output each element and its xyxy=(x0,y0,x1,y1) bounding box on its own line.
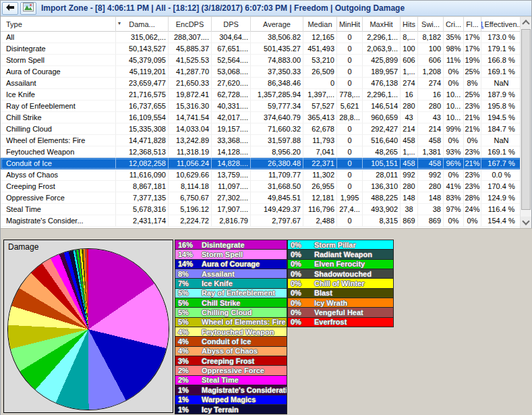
legend-item[interactable]: 2%Oppressive Force xyxy=(175,365,287,375)
cell-damage: 8,867,181 xyxy=(116,181,169,192)
legend-item[interactable]: 4%Feytouched Weapon xyxy=(175,327,287,337)
legend-item[interactable]: 4%Abyss of Chaos xyxy=(175,346,287,356)
cell-encdps: 11,056.24 xyxy=(169,158,212,169)
column-header-hits[interactable]: Hits xyxy=(401,17,418,32)
damage-pie-chart xyxy=(8,249,169,410)
column-header-average[interactable]: Average xyxy=(251,17,303,32)
table-row[interactable]: Assailant23,659,47721,650.3327,620....86… xyxy=(1,78,521,89)
legend-item[interactable]: 0%Vengeful Heat xyxy=(287,307,394,317)
cell-median: 26,509 xyxy=(303,66,337,78)
table-row[interactable]: Feytouched Weapon12,368,51311,318.1914,1… xyxy=(1,146,521,158)
legend-item[interactable]: 5%Chill Strike xyxy=(175,298,287,308)
column-header-effectiveness[interactable]: 1Effectiven... xyxy=(481,17,521,32)
table-row[interactable]: Chill Strike16,109,55414,741.5442,017...… xyxy=(1,112,521,123)
scroll-up-button[interactable] xyxy=(521,17,531,28)
legend-percent: 3% xyxy=(175,357,198,365)
cell-encdps: 14,033.04 xyxy=(169,123,212,135)
legend-percent: 5% xyxy=(175,289,198,297)
cell-minhit: 0 xyxy=(337,78,363,89)
scrollbar-thumb[interactable] xyxy=(521,29,531,210)
legend-item[interactable]: 4%Conduit of Ice xyxy=(175,336,287,346)
legend-item[interactable]: 7%Ice Knife xyxy=(175,278,287,288)
legend-item[interactable]: 0%Radiant Weapon xyxy=(287,249,394,259)
legend-item[interactable]: 1%Warped Magics xyxy=(175,395,287,405)
legend-item[interactable]: 0%Everfrost xyxy=(287,317,394,327)
legend-item[interactable]: 0%Shadowtouched xyxy=(287,269,394,279)
cell-effectiveness: 184.7 % xyxy=(481,123,521,135)
legend-item[interactable]: 0%Icy Wrath xyxy=(287,298,394,308)
table-row[interactable]: All315,062,...288,307....304,64...38,506… xyxy=(1,32,521,43)
column-header-swings[interactable]: Swi... xyxy=(418,17,444,32)
table-row[interactable]: Steal Time5,678,3165,196.1217,907....149… xyxy=(1,204,521,215)
column-header-dps[interactable]: DPS xyxy=(212,17,251,32)
cell-maxhit: 2,063,9... xyxy=(363,43,401,55)
legend-item[interactable]: 2%Steal Time xyxy=(175,375,287,385)
table-body: All315,062,...288,307....304,64...38,506… xyxy=(1,32,521,227)
legend-label: Ray of Enfeeblement xyxy=(198,289,275,297)
column-header-median[interactable]: Median xyxy=(303,17,337,32)
column-header-crit[interactable]: Cri... xyxy=(444,17,464,32)
image-icon xyxy=(23,2,34,14)
legend-item[interactable]: 3%Creeping Frost xyxy=(175,356,287,366)
cell-encdps: 5,196.12 xyxy=(169,204,212,215)
table-row[interactable]: Wheel of Elements: Fire14,471,82813,242.… xyxy=(1,135,521,146)
table-row[interactable]: Abyss of Chaos11,616,09010,629.6613,759.… xyxy=(1,169,521,181)
legend-item[interactable]: 0%Blast xyxy=(287,288,394,298)
cell-maxhit: 48,265 xyxy=(363,146,401,158)
graph-view-button[interactable] xyxy=(20,2,36,15)
legend-item[interactable]: 0%Storm Pillar xyxy=(287,240,394,250)
column-header-flank[interactable]: Fl... xyxy=(464,17,481,32)
table-row[interactable]: Creeping Frost8,867,1818,114.1811,097...… xyxy=(1,181,521,192)
legend-item[interactable]: 5%Ray of Enfeeblement xyxy=(175,288,287,298)
column-header-label: DPS xyxy=(223,20,239,28)
cell-hits: 16 xyxy=(401,89,418,101)
column-header-damage[interactable]: ▾Dama... xyxy=(116,17,169,32)
legend-item[interactable]: 14%Storm Spell xyxy=(175,249,287,259)
table-row[interactable]: Storm Spell45,379,09541,525.5352,564....… xyxy=(1,55,521,66)
legend-label: Chill of Winter xyxy=(311,279,364,287)
cell-minhit: 5,621 xyxy=(337,101,363,112)
cell-dps: 304,64... xyxy=(212,32,251,43)
legend-item[interactable]: 14%Aura of Courage xyxy=(175,259,287,269)
cell-damage: 23,659,477 xyxy=(116,78,169,89)
cell-effectiveness: 154.4 % xyxy=(481,215,521,227)
legend-item[interactable]: 16%Disintegrate xyxy=(175,240,287,250)
column-header-label: Median xyxy=(307,20,332,28)
cell-minhit: 0 xyxy=(337,146,363,158)
legend-item[interactable]: 1%Magistrate's Consideration xyxy=(175,385,287,395)
column-header-minhit[interactable]: MinHit xyxy=(337,17,363,32)
cell-damage: 45,119,201 xyxy=(116,66,169,78)
table-graph-splitter[interactable] xyxy=(1,228,532,238)
cell-damage: 315,062,... xyxy=(116,32,169,43)
cell-hits: 214 xyxy=(401,123,418,135)
legend-item[interactable]: 5%Wheel of Elements: Fire xyxy=(175,317,287,327)
legend-percent: 4% xyxy=(175,337,198,345)
table-row[interactable]: Aura of Courage45,119,20141,287.7053,068… xyxy=(1,66,521,78)
cell-damage: 5,678,316 xyxy=(116,204,169,215)
back-button[interactable] xyxy=(2,2,18,15)
table-row-selected[interactable]: Conduit of Ice12,082,25811,056.2414,828.… xyxy=(1,158,521,169)
cell-dps: 62,728.... xyxy=(212,89,251,101)
table-row[interactable]: Oppressive Force7,377,1356,750.6727,302.… xyxy=(1,192,521,204)
legend-item[interactable]: 8%Assailant xyxy=(175,269,287,279)
table-row[interactable]: Disintegrate50,143,52745,885.3767,651...… xyxy=(1,43,521,55)
table-row[interactable]: Magistrate's Consider...2,431,1742,224.7… xyxy=(1,215,521,227)
cell-median: 26,955 xyxy=(303,181,337,192)
legend-item[interactable]: 0%Elven Ferocity xyxy=(287,259,394,269)
legend-percent: 0% xyxy=(288,289,311,297)
cell-hits: 100 xyxy=(401,43,418,55)
vertical-scrollbar[interactable] xyxy=(520,17,531,228)
cell-flank: 21% xyxy=(464,123,481,135)
legend-item[interactable]: 0%Chill of Winter xyxy=(287,278,394,288)
legend-label: Oppressive Force xyxy=(198,366,264,375)
column-header-maxhit[interactable]: MaxHit xyxy=(363,17,401,32)
table-row[interactable]: Ray of Enfeeblement16,737,65515,316.3040… xyxy=(1,101,521,112)
legend-item[interactable]: 1%Icy Terrain xyxy=(175,404,287,414)
scroll-down-button[interactable] xyxy=(521,217,531,228)
cell-average: 37,350.33 xyxy=(251,66,303,78)
legend-item[interactable]: 5%Chilling Cloud xyxy=(175,307,287,317)
table-row[interactable]: Ice Knife21,716,57519,872.4162,728....1,… xyxy=(1,89,521,101)
column-header-encdps[interactable]: EncDPS xyxy=(169,17,212,32)
column-header-type[interactable]: Type xyxy=(1,17,116,32)
table-row[interactable]: Chilling Cloud15,335,30814,033.0419,157.… xyxy=(1,123,521,135)
